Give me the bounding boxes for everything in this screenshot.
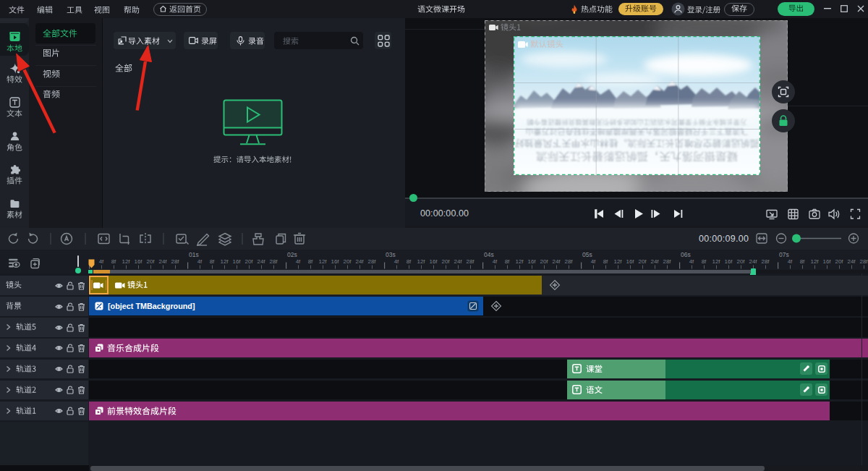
svg-text:02s: 02s [287,251,297,258]
svg-text:20f: 20f [835,258,843,265]
svg-text:4f: 4f [197,258,203,265]
svg-text:16f: 16f [429,258,438,265]
svg-text:24f: 24f [552,258,561,265]
svg-text:12f: 12f [318,258,327,265]
svg-text:12f: 12f [712,258,720,265]
svg-text:8f: 8f [111,258,116,265]
svg-text:20f: 20f [343,258,352,265]
svg-text:24f: 24f [847,258,856,265]
svg-text:12f: 12f [417,258,425,265]
svg-text:16f: 16f [527,258,536,265]
svg-text:8f: 8f [407,258,412,265]
svg-text:16f: 16f [331,258,339,265]
svg-text:4f: 4f [788,258,793,265]
svg-text:4f: 4f [394,258,399,265]
svg-text:28f: 28f [859,258,868,265]
svg-text:20f: 20f [638,258,647,265]
svg-text:4f: 4f [591,258,596,265]
svg-text:20f: 20f [244,258,253,265]
svg-text:16f: 16f [626,258,634,265]
svg-text:05s: 05s [582,251,592,258]
svg-text:01s: 01s [189,251,199,258]
svg-text:8f: 8f [603,258,608,265]
svg-text:12f: 12f [220,258,229,265]
svg-text:28f: 28f [663,258,671,265]
svg-text:06s: 06s [681,251,691,258]
svg-text:24f: 24f [650,258,659,265]
svg-text:4f: 4f [493,258,498,265]
svg-text:24f: 24f [257,258,265,265]
svg-text:4f: 4f [99,258,104,265]
svg-text:24f: 24f [454,258,462,265]
svg-text:16f: 16f [232,258,241,265]
svg-text:20f: 20f [736,258,745,265]
svg-text:24f: 24f [749,258,757,265]
svg-text:12f: 12f [810,258,819,265]
svg-text:8f: 8f [505,258,510,265]
svg-text:4f: 4f [689,258,694,265]
svg-text:4f: 4f [296,258,301,265]
svg-text:28f: 28f [761,258,770,265]
svg-text:28f: 28f [466,258,475,265]
svg-text:28f: 28f [367,258,376,265]
svg-text:12f: 12f [515,258,524,265]
svg-text:03s: 03s [386,251,396,258]
svg-text:16f: 16f [822,258,831,265]
svg-text:8f: 8f [800,258,805,265]
svg-text:12f: 12f [122,258,130,265]
svg-text:12f: 12f [613,258,622,265]
svg-text:28f: 28f [269,258,278,265]
svg-text:20f: 20f [441,258,450,265]
svg-text:07s: 07s [779,251,789,258]
svg-text:20f: 20f [146,258,155,265]
svg-text:24f: 24f [355,258,364,265]
svg-text:16f: 16f [134,258,142,265]
svg-text:8f: 8f [308,258,313,265]
svg-text:04s: 04s [484,251,494,258]
svg-text:8f: 8f [702,258,707,265]
svg-text:16f: 16f [724,258,733,265]
svg-text:8f: 8f [210,258,215,265]
svg-text:24f: 24f [158,258,167,265]
svg-text:28f: 28f [564,258,573,265]
svg-text:28f: 28f [171,258,179,265]
svg-text:20f: 20f [540,258,548,265]
